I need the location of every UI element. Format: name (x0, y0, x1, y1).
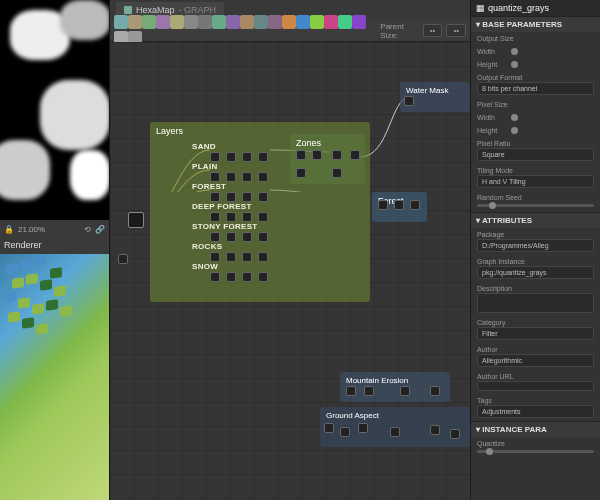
graph-node[interactable] (210, 272, 220, 282)
tool-button-9[interactable] (240, 15, 254, 29)
tool-button-4[interactable] (170, 15, 184, 29)
graph-node[interactable] (258, 172, 268, 182)
tool-button-16[interactable] (338, 15, 352, 29)
graph-node[interactable] (296, 168, 306, 178)
graph-node[interactable] (430, 386, 440, 396)
tool-button-7[interactable] (212, 15, 226, 29)
graph-node[interactable] (350, 150, 360, 160)
graph-node[interactable] (258, 272, 268, 282)
graph-node[interactable] (242, 272, 252, 282)
graph-node[interactable] (258, 152, 268, 162)
graph-node[interactable] (258, 212, 268, 222)
parent-size-label: Parent Size: (380, 22, 418, 40)
graph-node[interactable] (258, 252, 268, 262)
tags-value[interactable]: Adjustments (477, 405, 594, 418)
graph-node[interactable] (296, 150, 306, 160)
graph-node[interactable] (332, 168, 342, 178)
tool-button-14[interactable] (310, 15, 324, 29)
graph-node[interactable] (258, 192, 268, 202)
section-instance[interactable]: ▾ INSTANCE PARA (471, 421, 600, 437)
label: Width (477, 114, 507, 121)
graph-node[interactable] (450, 429, 460, 439)
section-attributes[interactable]: ▾ ATTRIBUTES (471, 212, 600, 228)
quantize-slider[interactable] (477, 450, 594, 453)
tool-button-1[interactable] (128, 15, 142, 29)
author-value[interactable]: Allegorithmic (477, 354, 594, 367)
graph-node[interactable] (400, 386, 410, 396)
graph-node[interactable] (242, 212, 252, 222)
tool-button-2[interactable] (142, 15, 156, 29)
frame-water[interactable]: Water Mask (400, 82, 470, 112)
label: Graph Instance (477, 258, 594, 265)
tool-button-15[interactable] (324, 15, 338, 29)
frame-mountain[interactable]: Mountain Erosion (340, 372, 450, 402)
graph-node[interactable] (258, 232, 268, 242)
graph-node[interactable] (210, 252, 220, 262)
reset-icon[interactable]: ⟲ (84, 225, 91, 234)
graph-node[interactable] (340, 427, 350, 437)
random-seed-slider[interactable] (477, 204, 594, 207)
graph-node[interactable] (430, 425, 440, 435)
label: Tiling Mode (477, 167, 594, 174)
link-icon[interactable]: 🔗 (95, 225, 105, 234)
graph-node[interactable] (394, 200, 404, 210)
parent-size-x[interactable]: •• (423, 24, 443, 37)
tool-button-11[interactable] (268, 15, 282, 29)
frame-ground[interactable]: Ground Aspect (320, 407, 470, 447)
tool-button-13[interactable] (296, 15, 310, 29)
graph-node[interactable] (226, 272, 236, 282)
graph-node[interactable] (226, 172, 236, 182)
tiling-mode-select[interactable]: H and V Tiling (477, 175, 594, 188)
graph-node[interactable] (210, 212, 220, 222)
label: Author (477, 346, 594, 353)
graph-node[interactable] (390, 427, 400, 437)
tool-button-3[interactable] (156, 15, 170, 29)
layer-label: SAND (192, 142, 216, 151)
graph-node[interactable] (332, 150, 342, 160)
tool-button-6[interactable] (198, 15, 212, 29)
lock-icon[interactable]: 🔒 (4, 225, 14, 234)
layer-label: ROCKS (192, 242, 222, 251)
preview-2d[interactable] (0, 0, 109, 220)
tool-button-0[interactable] (114, 15, 128, 29)
description-input[interactable] (477, 293, 594, 313)
pixel-ratio-select[interactable]: Square (477, 148, 594, 161)
tool-button-17[interactable] (352, 15, 366, 29)
graph-node[interactable] (242, 172, 252, 182)
graph-node[interactable] (242, 232, 252, 242)
graph-node[interactable] (226, 212, 236, 222)
tool-button-12[interactable] (282, 15, 296, 29)
graph-node[interactable] (226, 152, 236, 162)
graph-node[interactable] (364, 386, 374, 396)
output-format-select[interactable]: 8 bits per channel (477, 82, 594, 95)
graph-node[interactable] (242, 192, 252, 202)
category-value[interactable]: Filter (477, 327, 594, 340)
section-base[interactable]: ▾ BASE PARAMETERS (471, 16, 600, 32)
prop-tags: Tags Adjustments (471, 394, 600, 421)
graph-node[interactable] (358, 423, 368, 433)
graph-node[interactable] (118, 254, 128, 264)
graph-node[interactable] (210, 172, 220, 182)
graph-node[interactable] (242, 252, 252, 262)
graph-node[interactable] (324, 423, 334, 433)
tool-button-10[interactable] (254, 15, 268, 29)
graph-canvas[interactable]: Layers Zones Forest Water Mask Hight Der… (110, 42, 470, 500)
graph-node[interactable] (346, 386, 356, 396)
graph-node[interactable] (226, 192, 236, 202)
graph-node[interactable] (312, 150, 322, 160)
tool-button-8[interactable] (226, 15, 240, 29)
graph-node[interactable] (210, 152, 220, 162)
tool-button-5[interactable] (184, 15, 198, 29)
root-node[interactable] (128, 212, 144, 228)
graph-node[interactable] (378, 200, 388, 210)
graph-node[interactable] (404, 96, 414, 106)
graph-node[interactable] (242, 152, 252, 162)
graph-node[interactable] (410, 200, 420, 210)
parent-size-y[interactable]: •• (446, 24, 466, 37)
graph-node[interactable] (226, 252, 236, 262)
preview-3d[interactable] (0, 254, 109, 500)
graph-node[interactable] (226, 232, 236, 242)
graph-node[interactable] (210, 192, 220, 202)
author-url-input[interactable] (477, 381, 594, 391)
graph-node[interactable] (210, 232, 220, 242)
